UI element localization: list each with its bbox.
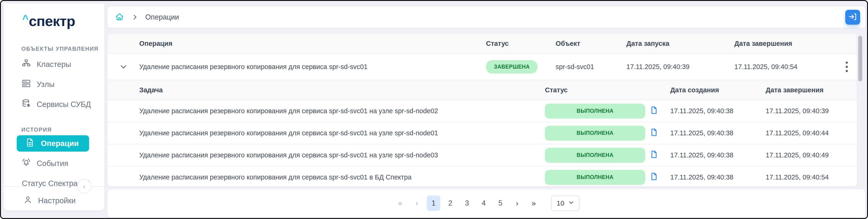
status-badge-done: ВЫПОЛНЕНА [545, 148, 645, 163]
status-badge-done: ВЫПОЛНЕНА [545, 126, 645, 141]
chevron-down-icon [568, 199, 574, 207]
chevron-left-icon: ‹ [83, 182, 86, 191]
task-date-end: 17.11.2025, 09:40:54 [766, 173, 857, 181]
col-header-task-status: Статус [545, 86, 670, 94]
sidebar-item-label: Кластеры [37, 60, 71, 69]
operation-date-end: 17.11.2025, 09:40:54 [734, 63, 836, 71]
pagination-page-2[interactable]: 2 [443, 195, 457, 211]
task-row[interactable]: Удаление расписания резервного копирован… [108, 166, 857, 186]
tasks-header-row: Задача Статус Дата создания Дата заверше… [108, 80, 857, 100]
task-date-created: 17.11.2025, 09:40:38 [670, 152, 766, 159]
pagination-prev-button[interactable]: ‹ [410, 195, 424, 211]
operation-object: spr-sd-svc01 [556, 63, 626, 71]
row-expander-chevron-down-icon[interactable] [108, 63, 139, 71]
col-header-operation: Операция [139, 40, 486, 48]
breadcrumb-current: Операции [145, 13, 179, 21]
status-badge-done: ВЫПОЛНЕНА [545, 170, 645, 185]
sidebar: ^ спектр ОБЪЕКТЫ УПРАВЛЕНИЯ Кластеры [4, 4, 104, 211]
status-badge-done: ВЫПОЛНЕНА [545, 104, 645, 118]
col-header-date-end: Дата завершения [734, 40, 836, 48]
pagination-first-button[interactable]: « [393, 195, 407, 211]
pagination-last-button[interactable]: » [527, 195, 540, 211]
task-date-end: 17.11.2025, 09:40:44 [766, 129, 857, 137]
app-window: ^ спектр ОБЪЕКТЫ УПРАВЛЕНИЯ Кластеры [0, 0, 868, 219]
task-date-created: 17.11.2025, 09:40:38 [670, 129, 766, 137]
task-date-created: 17.11.2025, 09:40:38 [670, 173, 766, 181]
pagination-page-4[interactable]: 4 [477, 195, 490, 211]
home-icon[interactable] [115, 12, 124, 23]
app-logo: ^ спектр [4, 4, 104, 28]
breadcrumb-bar: Операции [108, 6, 865, 28]
logout-button[interactable] [845, 10, 860, 25]
operations-table: Операция Статус Объект Дата запуска Дата… [108, 34, 857, 186]
sidebar-nav-management: Кластеры Узлы [4, 54, 104, 114]
task-name: Удаление расписания резервного копирован… [139, 129, 545, 137]
col-header-date-created: Дата создания [670, 86, 766, 94]
col-header-object: Объект [556, 40, 626, 48]
sidebar-item-events[interactable]: События [4, 154, 104, 173]
document-icon [25, 138, 35, 149]
col-header-status: Статус [486, 40, 556, 48]
sidebar-item-label: Операции [41, 139, 79, 148]
sidebar-item-label: События [37, 159, 68, 168]
sidebar-settings-area: Настройки [4, 191, 104, 211]
task-name: Удаление расписания резервного копирован… [139, 107, 545, 115]
sidebar-item-db-services[interactable]: Сервисы СУБД [4, 94, 104, 114]
sidebar-item-label: Узлы [37, 80, 55, 89]
table-scrollbar-thumb[interactable] [858, 36, 862, 81]
sidebar-item-nodes[interactable]: Узлы [4, 74, 104, 94]
chevron-right-icon [131, 14, 138, 21]
server-nodes-icon [21, 79, 31, 90]
operation-name: Удаление расписания резервного копирован… [139, 63, 486, 71]
sidebar-item-label: Сервисы СУБД [37, 100, 91, 109]
logo-text: спектр [29, 14, 75, 28]
task-log-file-icon[interactable] [649, 150, 659, 161]
task-date-end: 17.11.2025, 09:40:49 [766, 152, 857, 159]
operation-row[interactable]: Удаление расписания резервного копирован… [108, 54, 857, 80]
task-name: Удаление расписания резервного копирован… [139, 173, 545, 181]
task-log-file-icon[interactable] [649, 172, 659, 183]
sidebar-item-label: Настройки [38, 196, 76, 205]
pagination-page-1[interactable]: 1 [427, 195, 440, 211]
col-header-task-date-end: Дата завершения [766, 86, 857, 94]
operation-date-start: 17.11.2025, 09:40:39 [626, 63, 734, 71]
operations-header-row: Операция Статус Объект Дата запуска Дата… [108, 34, 857, 54]
pagination-page-5[interactable]: 5 [494, 195, 507, 211]
pagination-page-3[interactable]: 3 [460, 195, 474, 211]
database-gear-icon [21, 99, 31, 110]
task-row[interactable]: Удаление расписания резервного копирован… [108, 144, 857, 166]
task-row[interactable]: Удаление расписания резервного копирован… [108, 100, 857, 122]
sidebar-item-settings[interactable]: Настройки [4, 191, 104, 211]
user-icon [23, 195, 32, 206]
sidebar-item-clusters[interactable]: Кластеры [4, 54, 104, 74]
status-badge-completed: ЗАВЕРШЕНА [486, 60, 537, 74]
logo-caret-icon: ^ [22, 13, 28, 24]
task-date-end: 17.11.2025, 09:40:39 [766, 107, 857, 115]
col-header-date-start: Дата запуска [626, 40, 734, 48]
task-name: Удаление расписания резервного копирован… [139, 152, 545, 159]
pagination-next-button[interactable]: › [510, 195, 524, 211]
sidebar-section-history: ИСТОРИЯ [4, 127, 104, 133]
page-size-value: 10 [557, 199, 564, 207]
task-row[interactable]: Удаление расписания резервного копирован… [108, 122, 857, 144]
bell-alert-icon [21, 158, 31, 169]
sidebar-item-operations[interactable]: Операции [17, 135, 89, 152]
row-actions-kebab-icon[interactable] [836, 60, 857, 74]
login-arrow-icon [848, 12, 857, 22]
page-size-select[interactable]: 10 [551, 195, 580, 211]
sidebar-section-management: ОБЪЕКТЫ УПРАВЛЕНИЯ [4, 46, 104, 52]
col-header-task: Задача [139, 86, 545, 94]
task-date-created: 17.11.2025, 09:40:38 [670, 107, 766, 115]
cluster-icon [21, 59, 31, 70]
task-log-file-icon[interactable] [649, 106, 659, 116]
pagination-bar: « ‹ 1 2 3 4 5 › » 10 [108, 189, 865, 217]
task-log-file-icon[interactable] [649, 128, 659, 139]
